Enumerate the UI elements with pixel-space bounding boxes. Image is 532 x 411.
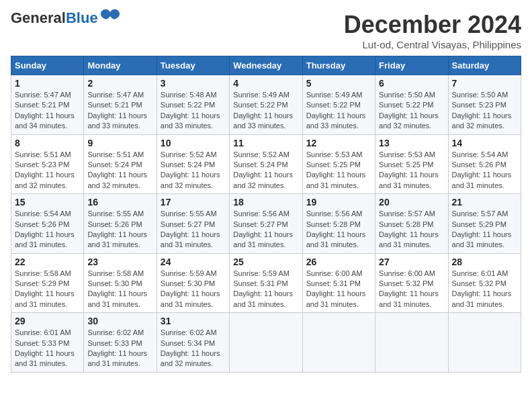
day-info: Sunrise: 5:47 AM Sunset: 5:21 PM Dayligh…	[87, 90, 152, 132]
table-row: 20 Sunrise: 5:57 AM Sunset: 5:28 PM Dayl…	[375, 194, 448, 254]
day-number: 30	[87, 316, 152, 326]
day-info: Sunrise: 5:52 AM Sunset: 5:24 PM Dayligh…	[161, 150, 226, 191]
day-number: 25	[233, 257, 298, 267]
day-number: 23	[87, 257, 152, 267]
table-row: 26 Sunrise: 6:00 AM Sunset: 5:31 PM Dayl…	[302, 253, 375, 313]
header: GeneralBlue December 2024 Lut-od, Centra…	[11, 11, 521, 50]
day-number: 17	[161, 197, 226, 208]
table-row: 25 Sunrise: 5:59 AM Sunset: 5:31 PM Dayl…	[230, 253, 302, 313]
day-info: Sunrise: 6:01 AM Sunset: 5:32 PM Dayligh…	[452, 269, 517, 310]
month-title: December 2024	[344, 11, 521, 39]
day-number: 27	[379, 257, 444, 267]
table-row: 23 Sunrise: 5:58 AM Sunset: 5:30 PM Dayl…	[84, 253, 157, 313]
location-title: Lut-od, Central Visayas, Philippines	[344, 39, 521, 50]
table-row: 7 Sunrise: 5:50 AM Sunset: 5:23 PM Dayli…	[448, 75, 521, 135]
table-row: 5 Sunrise: 5:49 AM Sunset: 5:22 PM Dayli…	[302, 75, 375, 135]
day-number: 22	[15, 257, 80, 267]
calendar-table: Sunday Monday Tuesday Wednesday Thursday…	[11, 56, 521, 373]
header-row: Sunday Monday Tuesday Wednesday Thursday…	[11, 56, 521, 75]
day-info: Sunrise: 5:49 AM Sunset: 5:22 PM Dayligh…	[233, 90, 298, 132]
day-number: 20	[379, 197, 444, 208]
table-row: 17 Sunrise: 5:55 AM Sunset: 5:27 PM Dayl…	[157, 194, 229, 254]
table-row: 28 Sunrise: 6:01 AM Sunset: 5:32 PM Dayl…	[448, 253, 521, 313]
day-info: Sunrise: 5:56 AM Sunset: 5:28 PM Dayligh…	[306, 209, 371, 250]
day-info: Sunrise: 5:48 AM Sunset: 5:22 PM Dayligh…	[161, 90, 226, 132]
table-row: 9 Sunrise: 5:51 AM Sunset: 5:24 PM Dayli…	[84, 134, 157, 194]
table-row: 10 Sunrise: 5:52 AM Sunset: 5:24 PM Dayl…	[157, 134, 229, 194]
day-info: Sunrise: 5:54 AM Sunset: 5:26 PM Dayligh…	[15, 209, 80, 250]
col-tuesday: Tuesday	[157, 56, 229, 75]
empty-cell	[302, 313, 375, 373]
day-info: Sunrise: 5:53 AM Sunset: 5:25 PM Dayligh…	[306, 150, 371, 191]
table-row: 2 Sunrise: 5:47 AM Sunset: 5:21 PM Dayli…	[84, 75, 157, 135]
day-number: 8	[15, 138, 80, 148]
day-number: 24	[161, 257, 226, 267]
table-row: 15 Sunrise: 5:54 AM Sunset: 5:26 PM Dayl…	[11, 194, 84, 254]
col-wednesday: Wednesday	[230, 56, 302, 75]
table-row: 21 Sunrise: 5:57 AM Sunset: 5:29 PM Dayl…	[448, 194, 521, 254]
calendar-week-row: 29 Sunrise: 6:01 AM Sunset: 5:33 PM Dayl…	[11, 313, 521, 373]
day-info: Sunrise: 5:53 AM Sunset: 5:25 PM Dayligh…	[379, 150, 444, 191]
col-monday: Monday	[84, 56, 157, 75]
day-info: Sunrise: 5:47 AM Sunset: 5:21 PM Dayligh…	[15, 90, 80, 132]
table-row: 16 Sunrise: 5:55 AM Sunset: 5:26 PM Dayl…	[84, 194, 157, 254]
day-info: Sunrise: 6:00 AM Sunset: 5:32 PM Dayligh…	[379, 269, 444, 310]
day-number: 5	[306, 78, 371, 89]
table-row: 14 Sunrise: 5:54 AM Sunset: 5:26 PM Dayl…	[448, 134, 521, 194]
day-number: 16	[87, 197, 152, 208]
calendar-week-row: 22 Sunrise: 5:58 AM Sunset: 5:29 PM Dayl…	[11, 253, 521, 313]
empty-cell	[448, 313, 521, 373]
day-info: Sunrise: 5:55 AM Sunset: 5:26 PM Dayligh…	[87, 209, 152, 250]
day-info: Sunrise: 5:58 AM Sunset: 5:30 PM Dayligh…	[87, 269, 152, 310]
day-info: Sunrise: 5:56 AM Sunset: 5:27 PM Dayligh…	[233, 209, 298, 250]
table-row: 11 Sunrise: 5:52 AM Sunset: 5:24 PM Dayl…	[230, 134, 302, 194]
day-info: Sunrise: 6:02 AM Sunset: 5:34 PM Dayligh…	[161, 328, 226, 369]
logo-blue: Blue	[66, 9, 98, 26]
day-info: Sunrise: 5:54 AM Sunset: 5:26 PM Dayligh…	[452, 150, 517, 191]
day-number: 31	[161, 316, 226, 326]
day-number: 12	[306, 138, 371, 148]
table-row: 31 Sunrise: 6:02 AM Sunset: 5:34 PM Dayl…	[157, 313, 229, 373]
day-number: 19	[306, 197, 371, 208]
day-number: 6	[379, 78, 444, 89]
table-row: 18 Sunrise: 5:56 AM Sunset: 5:27 PM Dayl…	[230, 194, 302, 254]
day-number: 28	[452, 257, 517, 267]
day-number: 26	[306, 257, 371, 267]
day-info: Sunrise: 5:52 AM Sunset: 5:24 PM Dayligh…	[233, 150, 298, 191]
table-row: 13 Sunrise: 5:53 AM Sunset: 5:25 PM Dayl…	[375, 134, 448, 194]
logo-text: GeneralBlue	[11, 11, 98, 26]
day-info: Sunrise: 5:59 AM Sunset: 5:30 PM Dayligh…	[161, 269, 226, 310]
table-row: 8 Sunrise: 5:51 AM Sunset: 5:23 PM Dayli…	[11, 134, 84, 194]
day-info: Sunrise: 5:51 AM Sunset: 5:23 PM Dayligh…	[15, 150, 80, 191]
col-sunday: Sunday	[11, 56, 84, 75]
table-row: 30 Sunrise: 6:02 AM Sunset: 5:33 PM Dayl…	[84, 313, 157, 373]
day-info: Sunrise: 5:58 AM Sunset: 5:29 PM Dayligh…	[15, 269, 80, 310]
day-number: 15	[15, 197, 80, 208]
calendar-week-row: 1 Sunrise: 5:47 AM Sunset: 5:21 PM Dayli…	[11, 75, 521, 135]
empty-cell	[375, 313, 448, 373]
table-row: 24 Sunrise: 5:59 AM Sunset: 5:30 PM Dayl…	[157, 253, 229, 313]
table-row: 19 Sunrise: 5:56 AM Sunset: 5:28 PM Dayl…	[302, 194, 375, 254]
table-row: 3 Sunrise: 5:48 AM Sunset: 5:22 PM Dayli…	[157, 75, 229, 135]
day-number: 7	[452, 78, 517, 89]
day-info: Sunrise: 5:51 AM Sunset: 5:24 PM Dayligh…	[87, 150, 152, 191]
day-number: 3	[161, 78, 226, 89]
day-info: Sunrise: 5:55 AM Sunset: 5:27 PM Dayligh…	[161, 209, 226, 250]
day-number: 14	[452, 138, 517, 148]
table-row: 22 Sunrise: 5:58 AM Sunset: 5:29 PM Dayl…	[11, 253, 84, 313]
day-number: 18	[233, 197, 298, 208]
table-row: 12 Sunrise: 5:53 AM Sunset: 5:25 PM Dayl…	[302, 134, 375, 194]
col-saturday: Saturday	[448, 56, 521, 75]
day-number: 9	[87, 138, 152, 148]
day-info: Sunrise: 6:01 AM Sunset: 5:33 PM Dayligh…	[15, 328, 80, 369]
logo-bird-icon	[99, 8, 121, 23]
day-number: 2	[87, 78, 152, 89]
day-info: Sunrise: 5:50 AM Sunset: 5:22 PM Dayligh…	[379, 90, 444, 132]
table-row: 1 Sunrise: 5:47 AM Sunset: 5:21 PM Dayli…	[11, 75, 84, 135]
day-info: Sunrise: 6:02 AM Sunset: 5:33 PM Dayligh…	[87, 328, 152, 369]
day-number: 4	[233, 78, 298, 89]
day-number: 21	[452, 197, 517, 208]
empty-cell	[230, 313, 302, 373]
day-number: 10	[161, 138, 226, 148]
day-info: Sunrise: 5:59 AM Sunset: 5:31 PM Dayligh…	[233, 269, 298, 310]
